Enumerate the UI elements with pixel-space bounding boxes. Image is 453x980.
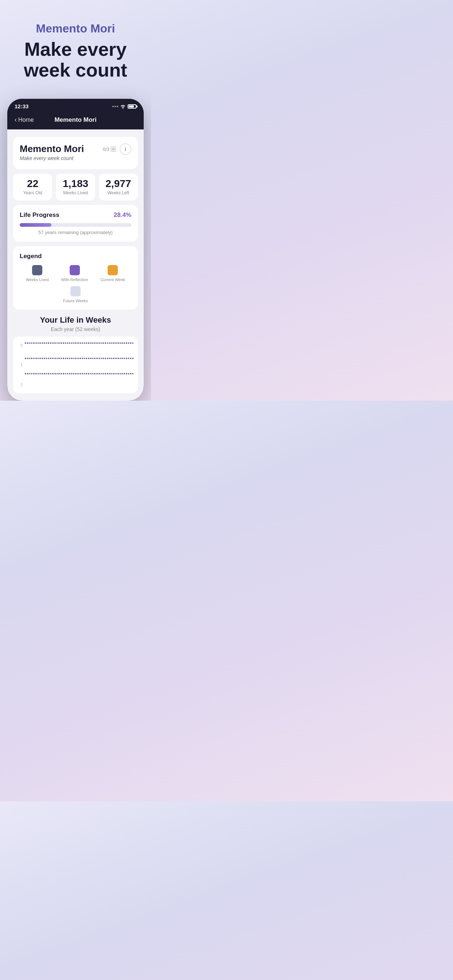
week-cell [90, 373, 91, 374]
legend-item-future-weeks: Future Weeks [63, 286, 88, 303]
week-cell [82, 342, 83, 344]
legend-item-with-reflection: With Reflection [61, 265, 88, 282]
weeks-title: Your Life in Weeks [13, 315, 138, 325]
week-cell [126, 358, 127, 359]
week-cell [38, 342, 39, 344]
legend-item-weeks-lived: Weeks Lived [26, 265, 49, 282]
week-cell [82, 358, 83, 359]
legend-item-current-week: Current Week [100, 265, 125, 282]
week-cell [92, 358, 94, 359]
status-time: 12:33 [14, 103, 29, 110]
streak-badge[interactable]: 0/3 [103, 146, 116, 152]
week-cell [73, 373, 75, 374]
hero-app-name: Memento Mori [14, 22, 136, 35]
week-cell [126, 342, 127, 344]
week-cell [54, 342, 56, 344]
week-cell [29, 373, 30, 374]
weeks-subtitle: Each year (52 weeks) [13, 326, 138, 332]
grid-label-0: 0 [18, 343, 22, 348]
week-cell [92, 342, 94, 344]
week-cell [121, 373, 123, 374]
week-cell [46, 358, 48, 359]
week-cell [84, 358, 85, 359]
week-cell [86, 342, 87, 344]
week-cell [96, 373, 98, 374]
weeks-lived-legend-label: Weeks Lived [26, 277, 49, 282]
week-cell [27, 373, 29, 374]
week-cell [130, 342, 131, 344]
week-cell [73, 358, 75, 359]
week-cell [31, 342, 32, 344]
grid-label-3 [18, 372, 22, 378]
nav-back-button[interactable]: ‹ Home [14, 116, 34, 124]
week-cell [94, 373, 96, 374]
current-week-legend-label: Current Week [100, 277, 125, 282]
week-cell [38, 358, 39, 359]
week-cell [96, 358, 98, 359]
week-cell [96, 342, 98, 344]
weeks-left-label: Weeks Left [102, 190, 134, 196]
nav-back-label: Home [18, 117, 34, 123]
week-cell [52, 358, 54, 359]
week-cell [109, 373, 110, 374]
week-cell [121, 342, 123, 344]
week-cell [31, 373, 32, 374]
week-cell [48, 358, 49, 359]
week-cell [80, 358, 81, 359]
week-cell [46, 342, 48, 344]
weeks-lived-swatch [32, 265, 42, 275]
app-content: Memento Mori Make every week count 0/3 [7, 129, 144, 401]
info-button[interactable]: i [120, 143, 131, 155]
grid-row-labels: 0 1 2 [18, 342, 22, 388]
legend-card: Legend Weeks Lived With Reflection Curre… [13, 246, 138, 310]
stat-card-weeks-lived: 1,183 Weeks Lived [56, 173, 95, 200]
week-cell [100, 358, 102, 359]
week-cell [67, 342, 68, 344]
phone-mockup: 12:33 ‹ Home Memento Mori [7, 99, 144, 401]
week-cell [126, 373, 127, 374]
week-cell [41, 358, 43, 359]
week-cell [111, 342, 113, 344]
week-cell [113, 373, 115, 374]
week-cell [128, 358, 129, 359]
week-cell [57, 342, 58, 344]
week-cell [29, 358, 30, 359]
week-cell [115, 358, 117, 359]
weeks-lived-value: 1,183 [59, 179, 91, 189]
legend-items-top: Weeks Lived With Reflection Current Week [20, 265, 131, 282]
week-cell [29, 342, 30, 344]
week-cell [33, 358, 35, 359]
week-cell [75, 342, 77, 344]
week-cell [82, 373, 83, 374]
battery-icon [128, 104, 136, 109]
week-cell [58, 342, 60, 344]
grid-label-4: 2 [18, 382, 22, 388]
week-cell [84, 342, 85, 344]
week-cell [120, 373, 121, 374]
week-cell [107, 342, 108, 344]
header-card: Memento Mori Make every week count 0/3 [13, 137, 138, 169]
week-cell [75, 358, 77, 359]
week-cell [44, 342, 45, 344]
week-cell [46, 373, 48, 374]
progress-subtitle: 57 years remaining (approximately) [20, 230, 131, 235]
weeks-left-value: 2,977 [102, 179, 134, 189]
week-cell [77, 358, 79, 359]
years-old-value: 22 [17, 179, 48, 189]
week-cell [99, 358, 100, 359]
back-chevron-icon: ‹ [14, 116, 17, 124]
week-cell [102, 342, 104, 344]
with-reflection-legend-label: With Reflection [61, 277, 88, 282]
week-cell [54, 358, 56, 359]
week-cell [67, 373, 68, 374]
streak-icon [111, 146, 116, 152]
weeks-grid [25, 342, 134, 388]
future-weeks-legend-label: Future Weeks [63, 299, 88, 303]
week-cell [41, 342, 43, 344]
week-cell [61, 358, 62, 359]
week-cell [35, 373, 37, 374]
wifi-icon [120, 104, 126, 109]
week-cell [111, 373, 113, 374]
week-cell [25, 342, 26, 344]
week-cell [27, 358, 29, 359]
